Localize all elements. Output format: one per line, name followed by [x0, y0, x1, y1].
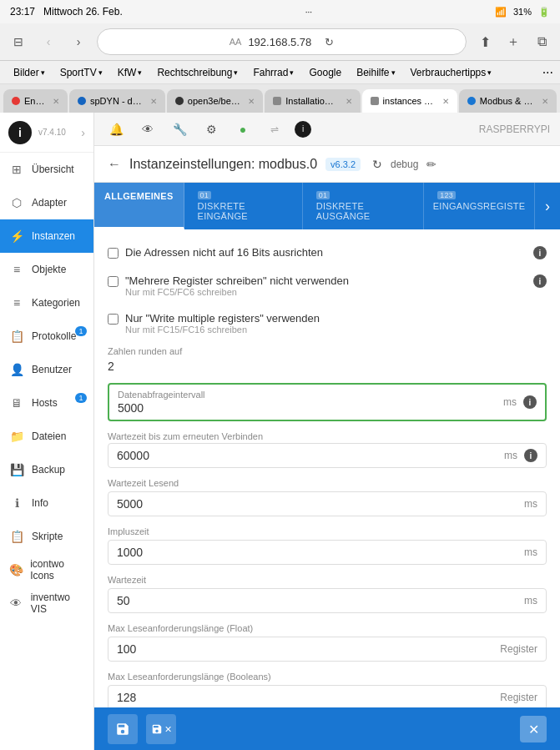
save-close-button[interactable]: ✕ [146, 714, 176, 744]
tab-close-instances[interactable]: ✕ [442, 97, 449, 106]
close-button[interactable]: ✕ [520, 716, 547, 742]
sidebar-item-info[interactable]: ℹ Info [0, 486, 93, 520]
checkbox-write-multiple[interactable] [108, 314, 119, 325]
tab-modbus[interactable]: Modbus & Fr... ✕ [459, 89, 557, 113]
sidebar-item-skripte[interactable]: 📋 Skripte [0, 520, 93, 553]
app-logo: i [8, 121, 32, 144]
sidebar-collapse-btn[interactable]: › [81, 126, 85, 139]
power-icon[interactable]: ● [231, 118, 255, 141]
checkbox-register-label: "Mehrere Register schreiben" nicht verwe… [125, 274, 527, 287]
sidebar-item-backup[interactable]: 💾 Backup [0, 453, 93, 486]
max-leseanf-bool-field[interactable]: 128 Register [108, 685, 547, 707]
menu-rechtschreibung[interactable]: Rechtschreibung▾ [150, 64, 245, 81]
checkbox-register[interactable] [108, 276, 119, 287]
reload-icon[interactable]: ↻ [325, 36, 334, 48]
max-leseanf-bool-label: Max Leseanforderungslänge (Booleans) [108, 672, 547, 682]
forward-btn[interactable]: › [67, 30, 90, 53]
tab-diskrete-ausgange[interactable]: 01 DISKRETE AUSGÄNGE [303, 183, 424, 229]
sidebar-item-adapter[interactable]: ⬡ Adapter [0, 186, 93, 219]
tab-ene[interactable]: Ene... ✕ [3, 89, 68, 113]
tab-open3e[interactable]: open3e/best... ✕ [167, 89, 263, 113]
sidebar-header: i v7.4.10 › [0, 113, 93, 153]
font-size-label: AA [230, 37, 242, 47]
backup-icon: 💾 [8, 463, 25, 476]
datenabfrage-group: Datenabfrageintervall 5000 ms i [108, 383, 547, 421]
tab-close-spdyn[interactable]: ✕ [150, 97, 157, 106]
sidebar-toggle-btn[interactable]: ⊟ [7, 30, 30, 53]
info-wartezeit-verbinden-btn[interactable]: i [524, 449, 537, 462]
sidebar-item-dateien[interactable]: 📁 Dateien [0, 420, 93, 453]
datenabfrage-label: Datenabfrageintervall [118, 390, 497, 400]
tab-nav-more[interactable]: › [535, 183, 560, 229]
back-button[interactable]: ← [108, 157, 121, 172]
save-button[interactable] [108, 714, 138, 744]
info-register-btn[interactable]: i [533, 274, 547, 288]
datenabfrage-field[interactable]: Datenabfrageintervall 5000 ms i [108, 383, 547, 421]
bottom-bar: ✕ ✕ [94, 707, 560, 750]
wartezeit-field[interactable]: 50 ms [108, 588, 547, 613]
refresh-button[interactable]: ↻ [372, 158, 382, 171]
tab-close-modbus[interactable]: ✕ [542, 97, 548, 106]
form-content: Die Adressen nicht auf 16 Bits ausrichte… [94, 229, 560, 707]
max-leseanf-float-field[interactable]: 100 Register [108, 637, 547, 662]
eye-icon[interactable]: 👁 [136, 118, 159, 141]
menu-bilder[interactable]: Bilder▾ [7, 64, 52, 81]
tab-eingangsregiste[interactable]: 123 EINGANGSREGISTE [424, 183, 535, 229]
sidebar-item-kategorien[interactable]: ≡ Kategorien [0, 286, 93, 320]
tab-instances[interactable]: instances - r... ✕ [362, 89, 457, 113]
network-icon[interactable]: ⇌ [263, 118, 286, 141]
bell-icon[interactable]: 🔔 [104, 118, 128, 141]
tab-spdyn[interactable]: spDYN - der... ✕ [69, 89, 165, 113]
wartezeit-value: 50 [117, 594, 517, 607]
sidebar-item-objekte[interactable]: ≡ Objekte [0, 253, 93, 286]
wrench-icon[interactable]: 🔧 [168, 118, 191, 141]
edit-button[interactable]: ✏ [426, 158, 436, 171]
wartezeit-verbinden-label: Wartezeit bis zum erneuten Verbinden [108, 431, 547, 441]
battery-icon: 🔋 [538, 7, 550, 18]
checkbox-adressen[interactable] [108, 248, 119, 259]
wartezeit-lesend-field[interactable]: 5000 ms [108, 491, 547, 516]
tab-installation[interactable]: Installation -... ✕ [265, 89, 360, 113]
menu-sporttv[interactable]: SportTV▾ [53, 64, 109, 81]
tab-close-installation[interactable]: ✕ [346, 97, 352, 106]
wartezeit-lesend-group: Wartezeit Lesend 5000 ms [108, 478, 547, 516]
browser-chrome: ⊟ ‹ › AA 192.168.5.78 ↻ ⬆ ＋ ⧉ [0, 23, 560, 61]
sidebar-item-protokolle[interactable]: 📋 Protokolle 1 [0, 320, 93, 353]
wartezeit-lesend-label: Wartezeit Lesend [108, 478, 547, 488]
gear-icon[interactable]: ⚙ [199, 118, 223, 141]
max-leseanf-float-value: 100 [117, 642, 493, 656]
impluszeit-label: Impluszeit [108, 526, 547, 536]
share-btn[interactable]: ⬆ [473, 30, 497, 53]
sidebar-item-hosts[interactable]: 🖥 Hosts 1 [0, 386, 93, 420]
sidebar-item-instanzen[interactable]: ⚡ Instanzen [0, 219, 93, 253]
back-btn[interactable]: ‹ [37, 30, 60, 53]
impluszeit-field[interactable]: 1000 ms [108, 540, 547, 565]
sidebar-item-inventwo[interactable]: 👁 inventwo VIS [0, 586, 93, 620]
new-tab-btn[interactable]: ＋ [502, 30, 525, 53]
skripte-icon: 📋 [8, 530, 25, 543]
info-datenabfrage-btn[interactable]: i [523, 395, 537, 409]
menu-kfw[interactable]: KfW▾ [111, 64, 149, 81]
tab-allgemeines[interactable]: ALLGEMEINES [94, 183, 184, 229]
version-badge: v6.3.2 [325, 158, 361, 171]
inventwo-icon: 👁 [8, 596, 24, 610]
menu-google[interactable]: Google [302, 64, 348, 81]
checkbox-row-write-multiple: Nur "Write multiple registers" verwenden… [108, 309, 547, 338]
menu-fahrrad[interactable]: Fahrrad▾ [246, 64, 300, 81]
menu-beihilfe[interactable]: Beihilfe▾ [350, 64, 401, 81]
tab-icon-installation [273, 97, 281, 105]
tab-close-open3e[interactable]: ✕ [248, 97, 255, 106]
address-bar[interactable]: AA 192.168.5.78 ↻ [97, 28, 467, 55]
wartezeit-verbinden-field[interactable]: 60000 ms i [108, 443, 547, 468]
tabs-btn[interactable]: ⧉ [530, 30, 553, 53]
menu-verbrauchertipps[interactable]: Verbrauchertipps▾ [404, 64, 499, 81]
tab-close-ene[interactable]: ✕ [53, 97, 59, 106]
info-adressen-btn[interactable]: i [533, 246, 547, 259]
sidebar-item-ubersicht[interactable]: ⊞ Übersicht [0, 153, 93, 186]
sidebar-item-icontwo[interactable]: 🎨 icontwo Icons [0, 553, 93, 586]
sidebar-item-benutzer[interactable]: 👤 Benutzer [0, 353, 93, 386]
iobroker-icon[interactable]: i [295, 121, 311, 138]
tab-diskrete-eingange[interactable]: 01 DISKRETE EINGÄNGE [184, 183, 303, 229]
datenabfrage-unit: ms [503, 396, 517, 408]
menu-more-btn[interactable]: ··· [542, 65, 553, 80]
